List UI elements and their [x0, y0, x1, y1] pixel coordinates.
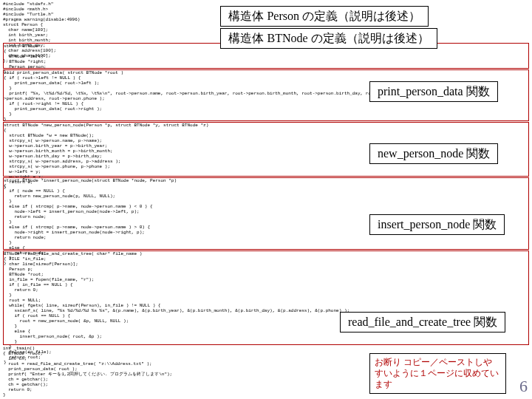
- callout-text: 構造体: [228, 32, 267, 44]
- callout-btnode-struct: 構造体 BTNode の定義（説明は後述）: [220, 28, 437, 49]
- callout-text-eng: insert_person_node: [378, 218, 473, 231]
- callout-person-struct: 構造体 Person の定義（説明は後述）: [220, 6, 429, 27]
- callout-text-eng: read_file_and_create_tree: [348, 316, 474, 328]
- callout-text-eng: BTNode: [267, 32, 310, 44]
- callout-text: の定義（説明は後述）: [302, 10, 420, 22]
- callout-insert-person-node: insert_person_node 関数: [369, 214, 505, 235]
- callout-text: 関数: [474, 316, 497, 328]
- callout-text-eng: new_person_node: [378, 147, 466, 160]
- callout-text-eng: Person: [267, 10, 302, 22]
- callout-read-file-and-create-tree: read_file_and_create_tree 関数: [340, 312, 505, 332]
- code-insert-person: struct BTNode *insert_person_node(struct…: [3, 177, 529, 250]
- callout-text-eng: print_person_data: [378, 85, 466, 98]
- callout-text: 構造体: [228, 10, 267, 22]
- callout-new-person-node: new_person_node 関数: [369, 143, 498, 164]
- callout-text: 関数: [473, 218, 497, 231]
- callout-print-person-data: print_person_data 関数: [369, 81, 498, 102]
- callout-text: 関数: [466, 85, 490, 98]
- callout-text: 関数: [466, 147, 490, 160]
- callout-text: の定義（説明は後述）: [311, 32, 429, 44]
- page-number: 6: [519, 377, 528, 396]
- note-text: お断り コピー／ペーストしやすいように１ページに収めています: [375, 357, 499, 389]
- note-box: お断り コピー／ペーストしやすいように１ページに収めています: [369, 353, 506, 394]
